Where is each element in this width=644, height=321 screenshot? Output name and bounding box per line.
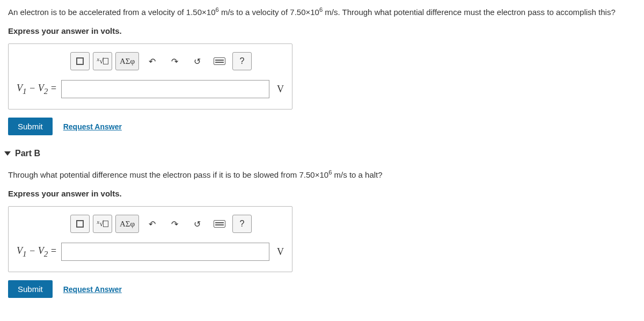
greek-button[interactable]: ΑΣφ <box>115 215 139 233</box>
part-a-request-answer-link[interactable]: Request Answer <box>63 122 122 131</box>
redo-button[interactable]: ↷ <box>165 215 184 233</box>
part-a-problem: An electron is to be accelerated from a … <box>8 5 636 19</box>
math-xb-icon: x√ <box>97 220 108 228</box>
part-b-variable: V1 − V2 = <box>17 245 57 259</box>
math-xb-icon: x√ <box>97 57 108 65</box>
part-b-submit-button[interactable]: Submit <box>8 280 53 298</box>
reset-icon: ↺ <box>194 56 201 67</box>
part-b-input-row: V1 − V2 = V <box>17 243 284 261</box>
template-button[interactable] <box>70 215 90 233</box>
math-format-button[interactable]: x√ <box>93 52 112 70</box>
part-b-label: Part B <box>15 149 40 158</box>
redo-icon: ↷ <box>171 56 178 67</box>
keyboard-button[interactable] <box>210 52 229 70</box>
part-b-unit: V <box>277 246 284 258</box>
caret-down-icon <box>4 151 11 156</box>
part-b-instruction: Express your answer in volts. <box>8 188 636 200</box>
reset-button[interactable]: ↺ <box>187 215 207 233</box>
part-a-input-row: V1 − V2 = V <box>17 80 284 98</box>
math-format-button[interactable]: x√ <box>93 215 112 233</box>
part-a-instruction: Express your answer in volts. <box>8 25 636 38</box>
redo-icon: ↷ <box>171 219 178 229</box>
keyboard-button[interactable] <box>210 215 229 233</box>
part-b-answer-box: x√ ΑΣφ ↶ ↷ ↺ ? V1 − V2 = V <box>8 206 292 272</box>
part-a-submit-row: Submit Request Answer <box>8 118 636 135</box>
keyboard-icon <box>214 220 225 228</box>
part-a-variable: V1 − V2 = <box>17 83 57 96</box>
template-button[interactable] <box>70 52 90 70</box>
part-a-submit-button[interactable]: Submit <box>8 118 53 135</box>
greek-button[interactable]: ΑΣφ <box>115 52 139 70</box>
part-a-toolbar: x√ ΑΣφ ↶ ↷ ↺ ? <box>70 52 284 70</box>
part-b-submit-row: Submit Request Answer <box>8 280 636 298</box>
part-b-answer-input[interactable] <box>61 243 269 261</box>
part-b-problem: Through what potential difference must t… <box>8 168 636 181</box>
part-b-header[interactable]: Part B <box>5 149 636 158</box>
rect-icon <box>76 57 84 65</box>
reset-icon: ↺ <box>194 219 201 229</box>
help-button[interactable]: ? <box>232 215 252 233</box>
part-a-answer-input[interactable] <box>61 80 269 98</box>
reset-button[interactable]: ↺ <box>187 52 207 70</box>
undo-icon: ↶ <box>149 219 156 229</box>
undo-button[interactable]: ↶ <box>142 52 162 70</box>
help-button[interactable]: ? <box>232 52 252 70</box>
redo-button[interactable]: ↷ <box>165 52 184 70</box>
part-a-answer-box: x√ ΑΣφ ↶ ↷ ↺ ? V1 − V2 = V <box>8 43 292 110</box>
rect-icon <box>76 220 84 228</box>
keyboard-icon <box>214 57 225 65</box>
part-b-toolbar: x√ ΑΣφ ↶ ↷ ↺ ? <box>70 215 284 233</box>
undo-button[interactable]: ↶ <box>142 215 162 233</box>
part-b-request-answer-link[interactable]: Request Answer <box>63 285 122 294</box>
part-a-unit: V <box>277 84 284 95</box>
undo-icon: ↶ <box>149 56 156 67</box>
